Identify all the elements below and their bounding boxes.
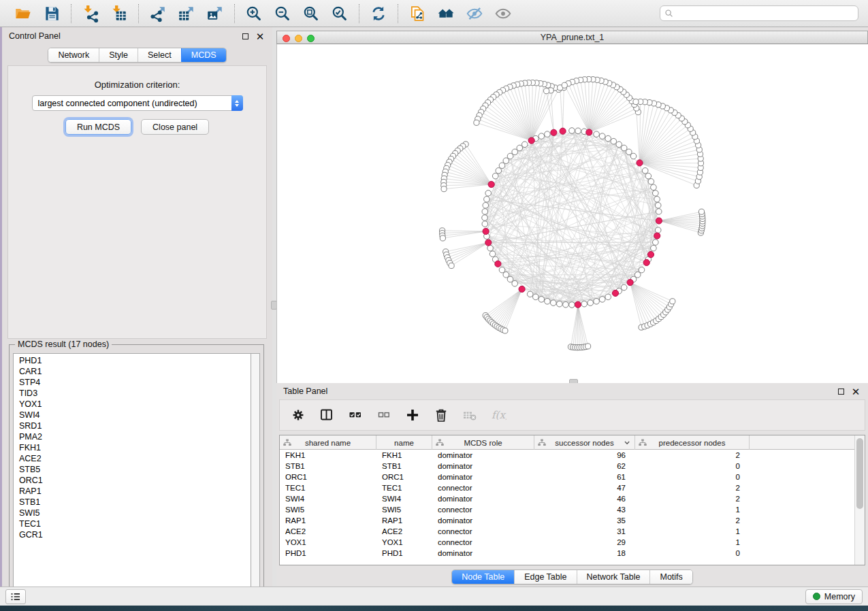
table-row[interactable]: STB1STB1dominator620 bbox=[280, 461, 854, 472]
table-cell: 0 bbox=[635, 472, 750, 482]
mcds-result-item[interactable]: TID3 bbox=[14, 388, 251, 399]
search-input[interactable] bbox=[677, 9, 854, 18]
zoom-out-icon bbox=[274, 5, 291, 22]
add-column-button[interactable] bbox=[404, 406, 421, 424]
mcds-result-item[interactable]: SRD1 bbox=[14, 420, 251, 431]
duplicate-network-button[interactable] bbox=[405, 3, 430, 24]
column-header-name[interactable]: name bbox=[376, 435, 432, 450]
mcds-list-scrollbar[interactable] bbox=[251, 353, 260, 593]
zoom-fit-button[interactable] bbox=[299, 3, 323, 24]
float-panel-button[interactable] bbox=[240, 31, 251, 42]
criterion-dropdown[interactable]: largest connected component (undirected) bbox=[32, 95, 243, 111]
right-stack: YPA_prune.txt_1 Table Panel ✕ f(x) share… bbox=[276, 27, 868, 587]
table-settings-button[interactable] bbox=[289, 406, 307, 424]
table-cell: 1 bbox=[635, 504, 750, 515]
table-row[interactable]: YOX1YOX1connector291 bbox=[280, 537, 854, 548]
eye-icon bbox=[494, 5, 512, 22]
table-row[interactable]: RAP1RAP1dominator352 bbox=[280, 515, 854, 526]
tab-motifs[interactable]: Motifs bbox=[649, 570, 692, 584]
first-neighbors-button[interactable] bbox=[434, 3, 458, 24]
apply-layout-button[interactable] bbox=[366, 3, 391, 24]
mcds-result-item[interactable]: ORC1 bbox=[14, 475, 251, 486]
table-cell: 2 bbox=[635, 493, 750, 504]
column-header-shared-name[interactable]: shared name bbox=[280, 435, 376, 450]
table-row[interactable]: TEC1TEC1connector472 bbox=[280, 482, 854, 493]
table-cell: ORC1 bbox=[280, 472, 376, 482]
run-mcds-button[interactable]: Run MCDS bbox=[65, 119, 131, 135]
close-panel-button[interactable]: ✕ bbox=[255, 31, 266, 42]
window-minimize-button[interactable] bbox=[295, 35, 302, 42]
column-header-predecessor-nodes[interactable]: predecessor nodes bbox=[635, 435, 750, 450]
mcds-result-item[interactable]: RAP1 bbox=[14, 486, 251, 497]
mcds-result-item[interactable]: TEC1 bbox=[14, 518, 251, 529]
import-table-button[interactable] bbox=[107, 3, 131, 24]
table-close-button[interactable]: ✕ bbox=[850, 386, 861, 397]
delete-column-button[interactable] bbox=[432, 406, 450, 424]
mcds-result-item[interactable]: STB5 bbox=[14, 464, 251, 475]
mcds-result-item[interactable]: CAR1 bbox=[14, 366, 251, 377]
network-window-titlebar: YPA_prune.txt_1 bbox=[276, 31, 868, 44]
tab-edge-table[interactable]: Edge Table bbox=[514, 570, 576, 584]
export-network-button[interactable] bbox=[146, 3, 170, 24]
tab-select[interactable]: Select bbox=[138, 48, 181, 62]
mcds-result-item[interactable]: STB1 bbox=[14, 497, 251, 508]
optimization-label: Optimization criterion: bbox=[8, 80, 266, 90]
table-row[interactable]: SWI4SWI4dominator462 bbox=[280, 493, 854, 504]
table-scrollbar-thumb[interactable] bbox=[856, 438, 863, 509]
open-file-button[interactable] bbox=[11, 3, 35, 24]
table-float-button[interactable] bbox=[835, 386, 846, 397]
zoom-out-button[interactable] bbox=[270, 3, 295, 24]
table-row[interactable]: SWI5SWI5connector431 bbox=[280, 504, 854, 515]
zoom-in-button[interactable] bbox=[242, 3, 266, 24]
table-cell: 0 bbox=[635, 461, 750, 472]
tab-node-table[interactable]: Node Table bbox=[452, 570, 514, 584]
mcds-result-item[interactable]: GCR1 bbox=[14, 529, 251, 540]
memory-button[interactable]: Memory bbox=[805, 589, 863, 604]
table-scrollbar[interactable] bbox=[854, 435, 865, 565]
zoom-fit-icon bbox=[302, 5, 320, 22]
control-panel-tabs: NetworkStyleSelectMCDS bbox=[2, 48, 272, 63]
table-row[interactable]: ORC1ORC1dominator610 bbox=[280, 472, 854, 482]
table-cell: connector bbox=[432, 504, 534, 515]
tab-style[interactable]: Style bbox=[99, 48, 138, 62]
export-image-button[interactable] bbox=[203, 3, 227, 24]
select-all-button[interactable] bbox=[347, 406, 364, 424]
show-all-button[interactable] bbox=[491, 3, 515, 24]
tab-network-table[interactable]: Network Table bbox=[577, 570, 650, 584]
column-label: predecessor nodes bbox=[659, 439, 726, 447]
save-session-button[interactable] bbox=[39, 3, 64, 24]
close-icon: ✕ bbox=[852, 389, 861, 395]
mcds-result-item[interactable]: STP4 bbox=[14, 377, 251, 388]
table-row[interactable]: PHD1PHD1dominator180 bbox=[280, 548, 854, 559]
table-cell: TEC1 bbox=[280, 482, 376, 493]
table-row[interactable]: ACE2ACE2connector311 bbox=[280, 526, 854, 537]
column-header-successor-nodes[interactable]: successor nodes bbox=[534, 435, 635, 450]
columns-icon bbox=[319, 407, 335, 423]
window-close-button[interactable] bbox=[283, 35, 290, 42]
deselect-all-button[interactable] bbox=[375, 406, 393, 424]
control-panel-header: Control Panel ✕ bbox=[2, 27, 272, 45]
column-selector-button[interactable] bbox=[318, 406, 336, 424]
floppy-icon bbox=[43, 5, 61, 22]
window-zoom-button[interactable] bbox=[307, 35, 315, 42]
table-row[interactable]: FKH1FKH1dominator962 bbox=[280, 450, 854, 461]
zoom-selected-button[interactable] bbox=[327, 3, 352, 24]
box-pair-icon bbox=[376, 407, 392, 423]
mcds-result-item[interactable]: SWI4 bbox=[14, 410, 251, 420]
close-panel-button-mcds[interactable]: Close panel bbox=[141, 119, 209, 135]
export-table-button[interactable] bbox=[174, 3, 199, 24]
mcds-result-item[interactable]: FKH1 bbox=[14, 442, 251, 453]
network-canvas[interactable] bbox=[276, 44, 868, 383]
table-cell: dominator bbox=[432, 515, 534, 526]
column-header-MCDS-role[interactable]: MCDS role bbox=[432, 435, 534, 450]
tab-network[interactable]: Network bbox=[48, 48, 99, 62]
mcds-result-item[interactable]: SWI5 bbox=[14, 508, 251, 518]
mcds-result-item[interactable]: PMA2 bbox=[14, 431, 251, 442]
mcds-result-item[interactable]: YOX1 bbox=[14, 399, 251, 410]
mcds-result-item[interactable]: ACE2 bbox=[14, 453, 251, 464]
mcds-result-item[interactable]: PHD1 bbox=[14, 355, 251, 366]
hide-selected-button[interactable] bbox=[462, 3, 487, 24]
task-history-button[interactable] bbox=[5, 589, 26, 604]
tab-mcds[interactable]: MCDS bbox=[181, 48, 226, 62]
import-network-button[interactable] bbox=[78, 3, 103, 24]
